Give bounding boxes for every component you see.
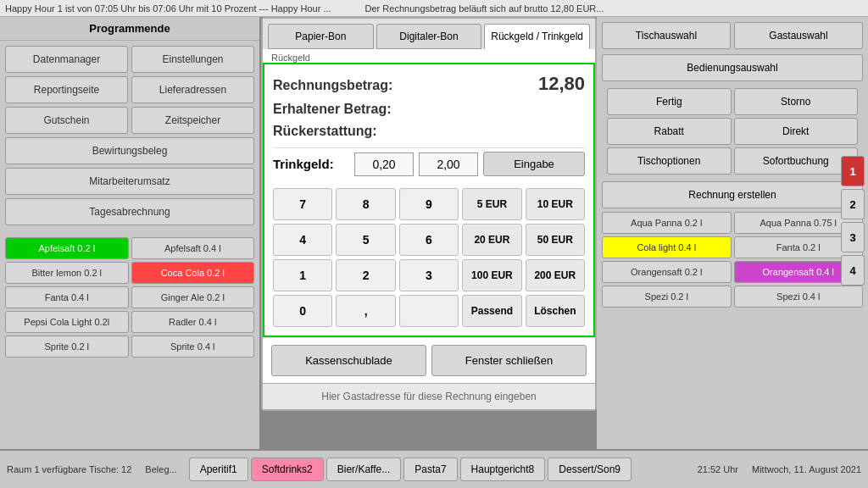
menu-btn-reportingseite[interactable]: Reportingseite <box>5 76 128 103</box>
tab-pasta[interactable]: Pasta7 <box>403 458 457 481</box>
tab-3[interactable]: 3 <box>841 222 865 252</box>
numpad-passend[interactable]: Passend <box>462 295 521 327</box>
rabatt-btn[interactable]: Rabatt <box>607 118 732 145</box>
right-items-grid: Aqua Panna 0.2 l Aqua Panna 0.75 l Cola … <box>602 212 863 308</box>
invoice-erhalten-row: Erhaltener Betrag: <box>273 102 585 117</box>
tab-hauptgericht[interactable]: Hauptgericht8 <box>460 458 546 481</box>
tischauswahl-btn[interactable]: Tischauswahl <box>602 22 731 49</box>
item-apfelsaft-02[interactable]: Apfelsaft 0.2 l <box>5 237 129 259</box>
bottom-bar: Raum 1 verfügbare Tische: 12 Beleg... Ap… <box>0 449 868 488</box>
status-beleg: Beleg... <box>138 464 183 474</box>
numpad-loschen[interactable]: Löschen <box>526 295 585 327</box>
item-ginger-ale[interactable]: Ginger Ale 0.2 l <box>131 286 255 308</box>
right-panel: Tischauswahl Gastauswahl Bedienungsauswa… <box>597 17 868 449</box>
tab-papier-bon[interactable]: Papier-Bon <box>268 24 374 49</box>
item-orangensaft-02[interactable]: Orangensaft 0.2 l <box>602 261 732 283</box>
rechnung-erstellen-btn[interactable]: Rechnung erstellen <box>602 181 863 208</box>
item-cola-light-04[interactable]: Cola light 0.4 l <box>602 236 732 258</box>
numpad-4[interactable]: 4 <box>273 224 332 256</box>
tab-2[interactable]: 2 <box>841 189 865 219</box>
menu-btn-tagesabrechnung[interactable]: Tagesabrechnung <box>5 198 254 225</box>
numpad-200eur[interactable]: 200 EUR <box>526 259 585 291</box>
modal-ruckgeld: Papier-Bon Digitaler-Bon Rückgeld / Trin… <box>261 17 597 411</box>
invoice-erhalten-label: Erhaltener Betrag: <box>273 102 392 117</box>
modal-overlay: Papier-Bon Digitaler-Bon Rückgeld / Trin… <box>261 17 597 449</box>
left-panel-title: Programmende <box>0 17 259 41</box>
numpad-50eur[interactable]: 50 EUR <box>526 224 585 256</box>
fertig-btn[interactable]: Fertig <box>607 88 732 115</box>
tab-digitaler-bon[interactable]: Digitaler-Bon <box>376 24 482 49</box>
numpad-0[interactable]: 0 <box>273 295 332 327</box>
tab-dessert[interactable]: Dessert/Son9 <box>548 458 632 481</box>
trinkgeld-label: Trinkgeld: <box>273 157 349 171</box>
modal-header-label: Rückgeld <box>263 49 595 63</box>
item-sprite-04[interactable]: Sprite 0.4 l <box>131 336 255 358</box>
modal-tabs: Papier-Bon Digitaler-Bon Rückgeld / Trin… <box>263 19 595 49</box>
item-apfelsaft-04[interactable]: Apfelsaft 0.4 l <box>131 237 255 259</box>
tab-ruckgeld-trinkgeld[interactable]: Rückgeld / Trinkgeld <box>484 24 590 49</box>
item-pepsi-cola-light[interactable]: Pepsi Cola Light 0.2l <box>5 311 129 333</box>
menu-btn-bewirtungsbeleg[interactable]: Bewirtungsbeleg <box>5 137 254 164</box>
status-time: 21:52 Uhr <box>691 464 745 474</box>
ticker-left: Happy Hour 1 ist von 07:05 Uhr bis 07:06… <box>5 3 331 14</box>
menu-btn-zeitspeicher[interactable]: Zeitspeicher <box>131 107 254 134</box>
right-top-row: Tischauswahl Gastauswahl <box>597 17 868 54</box>
menu-btn-einstellungen[interactable]: Einstellungen <box>131 46 254 73</box>
menu-btn-lieferadressen[interactable]: Lieferadressen <box>131 76 254 103</box>
numpad-100eur[interactable]: 100 EUR <box>462 259 521 291</box>
modal-address-bar[interactable]: Hier Gastadresse für diese Rechnung eing… <box>263 383 595 409</box>
number-tabs: 1 2 3 4 <box>837 152 868 289</box>
invoice-betrag-row: Rechnungsbetrag: 12,80 <box>273 73 585 95</box>
fenster-schliessen-btn[interactable]: Fenster schließen <box>431 345 587 376</box>
item-fanta-04[interactable]: Fanta 0.4 l <box>5 286 129 308</box>
status-date: Mittwoch, 11. August 2021 <box>745 464 868 474</box>
left-items-grid: Apfelsaft 0.2 l Apfelsaft 0.4 l Bitter l… <box>0 234 259 361</box>
menu-btn-gutschein[interactable]: Gutschein <box>5 107 128 134</box>
modal-bottom-btns: Kassenschublade Fenster schließen <box>263 337 595 383</box>
bottom-tabs: Aperitif1 Softdrinks2 Bier/Kaffe... Past… <box>184 454 691 485</box>
kassenschublade-btn[interactable]: Kassenschublade <box>271 345 426 376</box>
menu-btn-datenmanager[interactable]: Datenmanager <box>5 46 128 73</box>
numpad-5[interactable]: 5 <box>336 224 395 256</box>
numpad-3[interactable]: 3 <box>399 259 459 291</box>
bedienungsauswahl-btn[interactable]: Bedienungsauswahl <box>602 54 863 81</box>
right-action-grid: Fertig Storno Rabatt Direkt Tischoptione… <box>602 85 863 178</box>
tab-bier-kaffe[interactable]: Bier/Kaffe... <box>326 458 401 481</box>
gastauswahl-btn[interactable]: Gastauswahl <box>734 22 863 49</box>
menu-btn-mitarbeiterumsatz[interactable]: Mitarbeiterumsatz <box>5 168 254 195</box>
item-bitter-lemon[interactable]: Bitter lemon 0.2 l <box>5 262 129 284</box>
item-spezi-02[interactable]: Spezi 0.2 l <box>602 286 732 308</box>
direkt-btn[interactable]: Direkt <box>734 118 859 145</box>
invoice-rueck-label: Rückerstattung: <box>273 124 377 139</box>
trinkgeld-row: Trinkgeld: Eingabe <box>273 147 585 180</box>
storno-btn[interactable]: Storno <box>734 88 859 115</box>
numpad-comma[interactable]: , <box>336 295 395 327</box>
status-raum: Raum 1 verfügbare Tische: 12 <box>0 464 138 474</box>
numpad-grid: 7 8 9 5 EUR 10 EUR 4 5 6 20 EUR 50 EUR 1… <box>273 188 585 327</box>
item-radler[interactable]: Radler 0.4 l <box>131 311 255 333</box>
numpad-20eur[interactable]: 20 EUR <box>462 224 521 256</box>
eingabe-btn[interactable]: Eingabe <box>483 152 585 176</box>
numpad-1[interactable]: 1 <box>273 259 332 291</box>
numpad-5eur[interactable]: 5 EUR <box>462 188 521 220</box>
tab-softdrinks[interactable]: Softdrinks2 <box>251 458 324 481</box>
tischoptionen-btn[interactable]: Tischoptionen <box>607 147 732 175</box>
numpad-2[interactable]: 2 <box>336 259 395 291</box>
tab-aperitif[interactable]: Aperitif1 <box>189 458 248 481</box>
item-aqua-panna-02[interactable]: Aqua Panna 0.2 l <box>602 212 732 234</box>
left-panel: Programmende Datenmanager Einstellungen … <box>0 17 261 449</box>
numpad-6[interactable]: 6 <box>399 224 459 256</box>
tab-1[interactable]: 1 <box>841 156 865 186</box>
invoice-betrag-label: Rechnungsbetrag: <box>273 78 392 93</box>
trinkgeld-input-2[interactable] <box>419 152 478 176</box>
numpad-10eur[interactable]: 10 EUR <box>526 188 585 220</box>
trinkgeld-input-1[interactable] <box>354 152 414 176</box>
item-coca-cola[interactable]: Coca Cola 0.2 l <box>131 262 255 284</box>
numpad-8[interactable]: 8 <box>336 188 395 220</box>
numpad-9[interactable]: 9 <box>399 188 459 220</box>
item-sprite-02[interactable]: Sprite 0.2 l <box>5 336 129 358</box>
numpad-7[interactable]: 7 <box>273 188 332 220</box>
menu-grid: Datenmanager Einstellungen Reportingseit… <box>0 41 259 230</box>
invoice-rueck-row: Rückerstattung: <box>273 124 585 139</box>
tab-4[interactable]: 4 <box>841 255 865 286</box>
